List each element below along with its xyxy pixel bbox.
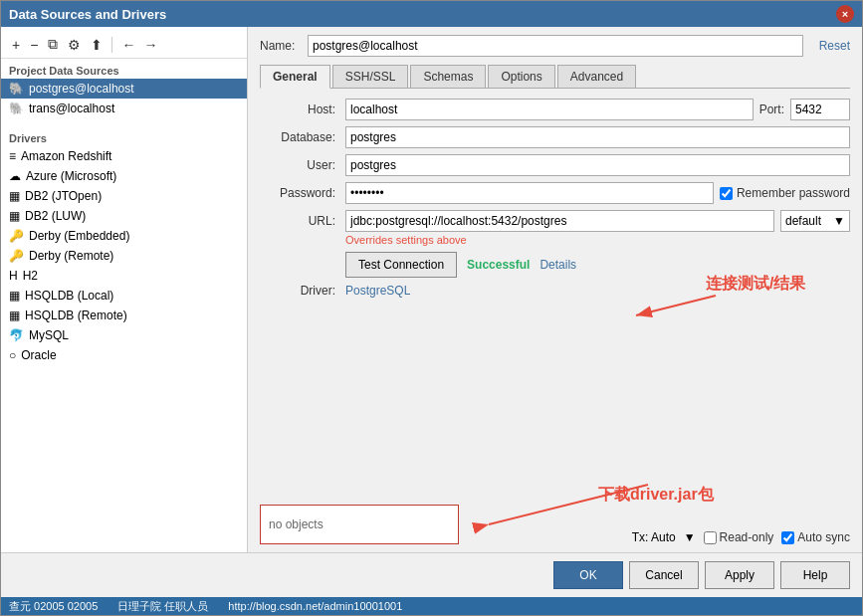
drivers-section-label: Drivers bbox=[1, 126, 247, 146]
db2luw-icon: ▦ bbox=[9, 209, 20, 223]
database-input[interactable] bbox=[345, 126, 850, 148]
derby-emb-icon: 🔑 bbox=[9, 229, 24, 243]
no-objects-text: no objects bbox=[269, 517, 324, 531]
driver-hsql-local[interactable]: ▦ HSQLDB (Local) bbox=[1, 286, 247, 306]
test-details-link[interactable]: Details bbox=[539, 258, 576, 272]
toolbar-separator bbox=[111, 37, 112, 53]
source-label-postgres: postgres@localhost bbox=[29, 82, 134, 96]
remember-password-label: Remember password bbox=[720, 186, 850, 200]
driver-db2-jt[interactable]: ▦ DB2 (JTOpen) bbox=[1, 186, 247, 206]
host-input[interactable] bbox=[345, 99, 754, 120]
tab-advanced[interactable]: Advanced bbox=[557, 65, 636, 88]
close-button[interactable]: × bbox=[836, 5, 854, 23]
source-label-trans: trans@localhost bbox=[29, 102, 114, 115]
driver-label: Driver: bbox=[260, 284, 339, 298]
footer: OK Cancel Apply Help bbox=[1, 552, 862, 597]
driver-amazon[interactable]: ≡ Amazon Redshift bbox=[1, 146, 247, 166]
help-button[interactable]: Help bbox=[780, 561, 850, 589]
driver-value-link[interactable]: PostgreSQL bbox=[345, 284, 410, 298]
back-button[interactable]: ← bbox=[118, 36, 138, 54]
user-label: User: bbox=[260, 158, 339, 172]
driver-mysql[interactable]: 🐬 MySQL bbox=[1, 325, 247, 345]
readonly-label: Read-only bbox=[704, 530, 774, 544]
tab-sshssl[interactable]: SSH/SSL bbox=[332, 65, 409, 88]
forward-button[interactable]: → bbox=[140, 36, 160, 54]
port-label: Port: bbox=[759, 103, 784, 116]
left-panel: + − ⧉ ⚙ ⬆ ← → Project Data Sources 🐘 pos… bbox=[1, 27, 248, 552]
status-bar: 查元 02005 02005 日理子院 任职人员 http://blog.csd… bbox=[1, 597, 862, 615]
readonly-checkbox[interactable] bbox=[704, 531, 717, 544]
settings-source-button[interactable]: ⚙ bbox=[65, 36, 84, 54]
amazon-icon: ≡ bbox=[9, 149, 16, 163]
driver-azure[interactable]: ☁ Azure (Microsoft) bbox=[1, 166, 247, 186]
test-connection-button[interactable]: Test Connection bbox=[345, 252, 457, 278]
driver-derby-rem[interactable]: 🔑 Derby (Remote) bbox=[1, 246, 247, 266]
drivers-section: Drivers ≡ Amazon Redshift ☁ Azure (Micro… bbox=[1, 126, 247, 365]
url-row: URL: default ▼ bbox=[260, 210, 850, 232]
autosync-checkbox[interactable] bbox=[781, 531, 794, 544]
postgres-icon: 🐘 bbox=[9, 82, 24, 96]
right-panel: Name: Reset General SSH/SSL Schemas Opti… bbox=[248, 27, 862, 552]
title-bar: Data Sources and Drivers × bbox=[1, 1, 862, 27]
driver-label-db2luw: DB2 (LUW) bbox=[25, 209, 86, 223]
driver-h2[interactable]: H H2 bbox=[1, 266, 247, 286]
add-source-button[interactable]: + bbox=[9, 36, 23, 54]
user-input[interactable] bbox=[345, 154, 850, 176]
driver-row: Driver: PostgreSQL 连接测试/结果 bbox=[260, 284, 850, 298]
driver-hsql-remote[interactable]: ▦ HSQLDB (Remote) bbox=[1, 306, 247, 325]
url-input[interactable] bbox=[345, 210, 774, 232]
source-item-trans[interactable]: 🐘 trans@localhost bbox=[1, 99, 247, 118]
apply-button[interactable]: Apply bbox=[705, 561, 774, 589]
autosync-label: Auto sync bbox=[781, 530, 850, 544]
driver-label-derby-emb: Derby (Embedded) bbox=[29, 229, 129, 243]
annotation-text-1: 连接测试/结果 bbox=[706, 274, 805, 295]
annotation-text-2: 下载driver.jar包 bbox=[598, 485, 714, 506]
driver-label-hsql-local: HSQLDB (Local) bbox=[25, 289, 113, 303]
derby-rem-icon: 🔑 bbox=[9, 249, 24, 263]
status-left: 查元 02005 02005 bbox=[9, 599, 98, 614]
tx-dropdown-icon: ▼ bbox=[684, 530, 696, 544]
tab-options[interactable]: Options bbox=[488, 65, 554, 88]
tx-options-row: Tx: Auto ▼ Read-only Auto sync bbox=[632, 530, 850, 544]
overrides-text: Overrides settings above bbox=[345, 234, 850, 246]
remove-source-button[interactable]: − bbox=[27, 36, 41, 54]
driver-label-hsql-remote: HSQLDB (Remote) bbox=[25, 308, 127, 322]
dropdown-arrow-icon: ▼ bbox=[833, 214, 845, 228]
driver-oracle[interactable]: ○ Oracle bbox=[1, 345, 247, 365]
password-label: Password: bbox=[260, 186, 339, 200]
source-item-postgres[interactable]: 🐘 postgres@localhost bbox=[1, 79, 247, 99]
svg-line-1 bbox=[636, 296, 716, 315]
copy-source-button[interactable]: ⧉ bbox=[45, 35, 61, 54]
status-middle: 日理子院 任职人员 bbox=[117, 599, 208, 614]
mysql-icon: 🐬 bbox=[9, 328, 24, 342]
dialog-body: + − ⧉ ⚙ ⬆ ← → Project Data Sources 🐘 pos… bbox=[1, 27, 862, 552]
driver-label-h2: H2 bbox=[23, 269, 38, 283]
tab-schemas[interactable]: Schemas bbox=[410, 65, 486, 88]
remember-text: Remember password bbox=[737, 186, 850, 200]
hsql-remote-icon: ▦ bbox=[9, 308, 20, 322]
password-input[interactable] bbox=[345, 182, 714, 204]
status-right: http://blog.csdn.net/admin10001001 bbox=[228, 600, 402, 612]
name-label: Name: bbox=[260, 39, 300, 53]
port-input[interactable] bbox=[790, 99, 850, 120]
left-toolbar: + − ⧉ ⚙ ⬆ ← → bbox=[1, 31, 247, 59]
ok-button[interactable]: OK bbox=[553, 561, 623, 589]
driver-label-derby-rem: Derby (Remote) bbox=[29, 249, 113, 263]
host-label: Host: bbox=[260, 103, 339, 116]
url-label: URL: bbox=[260, 214, 339, 228]
remember-password-checkbox[interactable] bbox=[720, 187, 733, 200]
url-driver-dropdown[interactable]: default ▼ bbox=[780, 210, 850, 232]
oracle-icon: ○ bbox=[9, 348, 16, 362]
driver-label-db2jt: DB2 (JTOpen) bbox=[25, 189, 102, 203]
import-source-button[interactable]: ⬆ bbox=[88, 36, 106, 54]
driver-derby-emb[interactable]: 🔑 Derby (Embedded) bbox=[1, 226, 247, 246]
hsql-local-icon: ▦ bbox=[9, 289, 20, 303]
name-input[interactable] bbox=[308, 35, 803, 57]
reset-link[interactable]: Reset bbox=[819, 39, 850, 53]
driver-db2-luw[interactable]: ▦ DB2 (LUW) bbox=[1, 206, 247, 226]
driver-label-mysql: MySQL bbox=[29, 328, 69, 342]
project-section-label: Project Data Sources bbox=[1, 59, 247, 79]
cancel-button[interactable]: Cancel bbox=[629, 561, 699, 589]
tab-general[interactable]: General bbox=[260, 65, 330, 89]
nav-arrows: ← → bbox=[118, 36, 160, 54]
